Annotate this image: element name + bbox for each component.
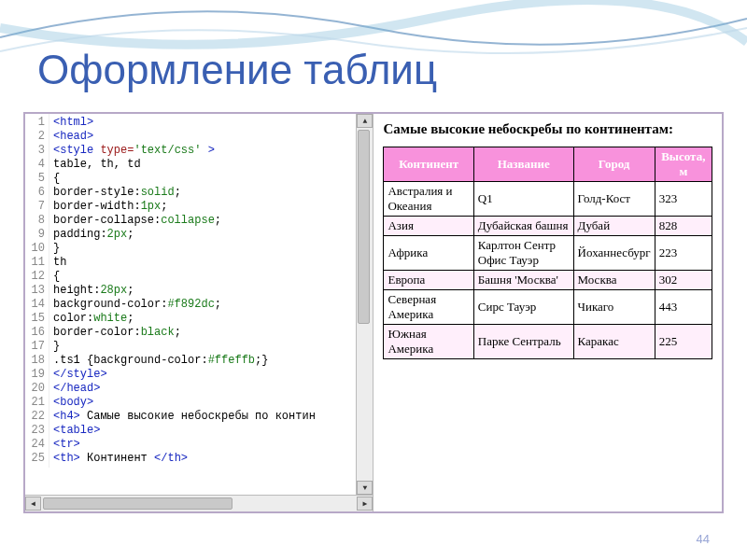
scroll-down-icon[interactable]: ▼ <box>357 481 373 495</box>
preview-pane: Самые высокие небоскребы по континентам:… <box>374 114 722 511</box>
line-number: 20 <box>27 382 45 396</box>
slide-number: 44 <box>697 532 710 546</box>
line-number: 22 <box>27 410 45 424</box>
code-line: border-style:solid; <box>53 186 316 200</box>
code-line: <html> <box>53 116 316 130</box>
code-scroll-area[interactable]: 1234567891011121314151617181920212223242… <box>25 114 373 495</box>
code-line: border-color:black; <box>53 326 316 340</box>
table-cell: Голд-Кост <box>573 182 655 217</box>
table-cell: 323 <box>655 182 712 217</box>
table-row: АзияДубайская башняДубай828 <box>384 217 712 236</box>
line-number: 16 <box>27 326 45 340</box>
table-cell: Сирс Тауэр <box>473 290 573 325</box>
line-number: 2 <box>27 130 45 144</box>
code-line: color:white; <box>53 312 316 326</box>
code-line: <style type='text/css' > <box>53 144 316 158</box>
slide: Оформление таблиц 1234567891011121314151… <box>0 0 747 560</box>
table-cell: Парке Сентраль <box>473 325 573 359</box>
table-row: Южная АмерикаПарке СентральКаракас225 <box>384 325 712 359</box>
table-cell: 828 <box>655 217 712 236</box>
code-line: <h4> Самые высокие небоскребы по контин <box>53 410 316 424</box>
line-number: 6 <box>27 186 45 200</box>
table-header-cell: Название <box>473 147 573 182</box>
line-number: 5 <box>27 172 45 186</box>
table-header-cell: Континент <box>384 147 473 182</box>
table-cell: 302 <box>655 271 712 290</box>
line-number: 1 <box>27 116 45 130</box>
table-cell: Азия <box>384 217 473 236</box>
table-cell: 225 <box>655 325 712 359</box>
slide-title: Оформление таблиц <box>37 47 437 93</box>
code-line: background-color:#f892dc; <box>53 298 316 312</box>
line-number: 23 <box>27 424 45 438</box>
table-row: Австралия и ОкеанияQ1Голд-Кост323 <box>384 182 712 217</box>
table-cell: Карлтон Сентр Офис Тауэр <box>473 236 573 271</box>
content-frame: 1234567891011121314151617181920212223242… <box>23 112 724 513</box>
line-number: 8 <box>27 214 45 228</box>
scroll-left-icon[interactable]: ◀ <box>25 497 41 511</box>
table-cell: Африка <box>384 236 473 271</box>
table-cell: Европа <box>384 271 473 290</box>
line-number: 17 <box>27 340 45 354</box>
skyscraper-table: КонтинентНазваниеГородВысота, м Австрали… <box>383 147 712 359</box>
code-line: <body> <box>53 396 316 410</box>
code-line: { <box>53 270 316 284</box>
line-number: 3 <box>27 144 45 158</box>
table-row: АфрикаКарлтон Сентр Офис ТауэрЙоханнесбу… <box>384 236 712 271</box>
scroll-thumb[interactable] <box>43 497 233 510</box>
code-line: } <box>53 242 316 256</box>
table-cell: Йоханнесбург <box>573 236 655 271</box>
table-cell: 443 <box>655 290 712 325</box>
table-cell: Дубайская башня <box>473 217 573 236</box>
line-number: 14 <box>27 298 45 312</box>
line-number: 21 <box>27 396 45 410</box>
line-number: 24 <box>27 438 45 452</box>
code-horizontal-scrollbar[interactable]: ◀ ▶ <box>25 495 373 511</box>
table-cell: Северная Америка <box>384 290 473 325</box>
line-number: 11 <box>27 256 45 270</box>
code-line: <table> <box>53 424 316 438</box>
code-line: { <box>53 172 316 186</box>
code-line: <th> Континент </th> <box>53 452 316 466</box>
code-line: height:28px; <box>53 284 316 298</box>
table-cell: Q1 <box>473 182 573 217</box>
scroll-thumb[interactable] <box>358 130 370 324</box>
line-number: 15 <box>27 312 45 326</box>
code-line: } <box>53 340 316 354</box>
code-line: padding:2px; <box>53 228 316 242</box>
table-row: ЕвропаБашня 'Москва'Москва302 <box>384 271 712 290</box>
code-line: border-width:1px; <box>53 200 316 214</box>
code-vertical-scrollbar[interactable]: ▲ ▼ <box>356 114 373 495</box>
scroll-right-icon[interactable]: ▶ <box>357 497 373 511</box>
table-cell: Башня 'Москва' <box>473 271 573 290</box>
line-number: 13 <box>27 284 45 298</box>
table-cell: Каракас <box>573 325 655 359</box>
line-number: 18 <box>27 354 45 368</box>
table-header-row: КонтинентНазваниеГородВысота, м <box>384 147 712 182</box>
code-line: <tr> <box>53 438 316 452</box>
line-number: 10 <box>27 242 45 256</box>
line-number: 12 <box>27 270 45 284</box>
code-pane: 1234567891011121314151617181920212223242… <box>25 114 374 511</box>
line-number: 25 <box>27 452 45 466</box>
preview-heading: Самые высокие небоскребы по континентам: <box>383 121 712 137</box>
table-cell: Москва <box>573 271 655 290</box>
table-header-cell: Высота, м <box>655 147 712 182</box>
table-header-cell: Город <box>573 147 655 182</box>
table-cell: Южная Америка <box>384 325 473 359</box>
table-body: Австралия и ОкеанияQ1Голд-Кост323АзияДуб… <box>384 182 712 359</box>
code-line: </style> <box>53 368 316 382</box>
code-line: .ts1 {background-color:#ffeffb;} <box>53 354 316 368</box>
code-line: border-collapse:collapse; <box>53 214 316 228</box>
code-line: </head> <box>53 382 316 396</box>
line-number: 4 <box>27 158 45 172</box>
code-line: table, th, td <box>53 158 316 172</box>
scroll-up-icon[interactable]: ▲ <box>357 114 373 128</box>
table-row: Северная АмерикаСирс ТауэрЧикаго443 <box>384 290 712 325</box>
code-line: th <box>53 256 316 270</box>
line-number: 19 <box>27 368 45 382</box>
table-cell: Дубай <box>573 217 655 236</box>
code-line: <head> <box>53 130 316 144</box>
line-number: 7 <box>27 200 45 214</box>
table-cell: Чикаго <box>573 290 655 325</box>
